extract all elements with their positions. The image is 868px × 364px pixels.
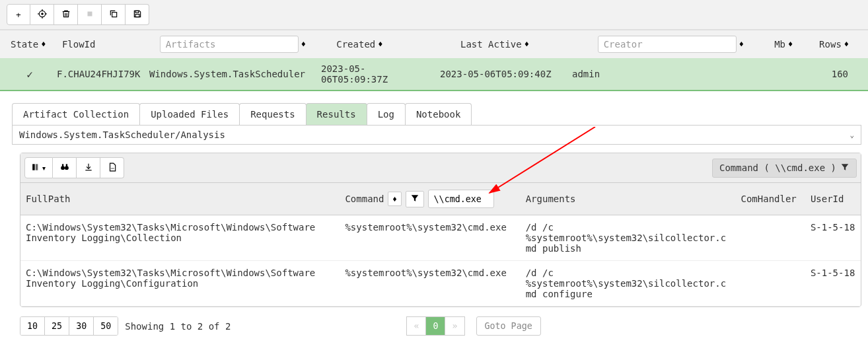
results-table: FullPath Command ♦ Arguments ComHandler … (20, 183, 861, 307)
sort-icon: ♦ (41, 40, 46, 49)
page-size-25[interactable]: 25 (45, 317, 69, 335)
th-arguments[interactable]: Arguments (521, 183, 736, 215)
th-fullpath[interactable]: FullPath (20, 183, 340, 215)
tab-artifact-collection[interactable]: Artifact Collection (12, 103, 140, 125)
check-icon: ✓ (26, 68, 33, 81)
download-button[interactable] (77, 157, 100, 178)
cell-userid: S-1-5-18 (805, 215, 861, 261)
flow-id: F.CHAU24FHJI79K (53, 69, 145, 79)
filter-button[interactable] (406, 191, 424, 207)
th-comhandler[interactable]: ComHandler (735, 183, 805, 215)
csv-button[interactable]: csv (100, 157, 124, 178)
tab-results[interactable]: Results (306, 103, 367, 125)
page-size-30[interactable]: 30 (69, 317, 94, 335)
columns-button[interactable]: ▾ (24, 157, 53, 178)
page-size-10[interactable]: 10 (20, 317, 45, 335)
tab-uploaded-files[interactable]: Uploaded Files (139, 103, 240, 125)
artifacts-filter[interactable]: Artifacts (160, 36, 299, 53)
binoculars-button[interactable] (53, 157, 77, 178)
flow-rows: 160 (779, 69, 861, 79)
plus-icon: + (16, 10, 21, 20)
toolbar-group: + (7, 4, 149, 25)
page-size-group: 10 25 30 50 (20, 316, 118, 336)
stop-button (78, 4, 102, 25)
tab-requests[interactable]: Requests (239, 103, 306, 125)
pager: « 0 » (406, 316, 464, 336)
results-panel: ▾ csv Command ( \\cmd.exe ) FullPath (20, 153, 861, 307)
flow-row[interactable]: ✓ F.CHAU24FHJI79K Windows.System.TaskSch… (0, 58, 868, 91)
tab-log[interactable]: Log (367, 103, 406, 125)
goto-page-button[interactable]: Goto Page (476, 316, 541, 336)
svg-text:csv: csv (110, 166, 114, 169)
col-flowid: FlowId (58, 39, 151, 50)
command-filter-input[interactable] (428, 190, 494, 208)
svg-point-15 (65, 166, 69, 170)
delete-button[interactable] (54, 4, 78, 25)
analysis-select[interactable]: Windows.System.TaskScheduler/Analysis ⌄ (12, 125, 861, 145)
pager-next: » (445, 316, 464, 336)
caret-down-icon: ▾ (42, 164, 46, 172)
tabs: Artifact Collection Uploaded Files Reque… (12, 103, 861, 125)
cell-comhandler (735, 261, 805, 307)
sort-button[interactable]: ♦ (388, 192, 401, 206)
target-icon (38, 9, 47, 20)
svg-rect-16 (61, 164, 63, 166)
flow-created: 2023-05-06T05:09:37Z (317, 63, 436, 85)
flows-header: State ♦ FlowId Artifacts ♦ Created ♦ Las… (0, 30, 868, 58)
copy-icon (109, 9, 118, 20)
flow-artifact: Windows.System.TaskScheduler (145, 69, 317, 79)
svg-point-14 (61, 166, 65, 170)
chevron-down-icon: ⌄ (850, 131, 854, 139)
cell-fullpath: C:\Windows\System32\Tasks\Microsoft\Wind… (20, 215, 340, 261)
page-size-50[interactable]: 50 (94, 317, 118, 335)
add-button[interactable]: + (7, 4, 30, 25)
save-button[interactable] (126, 4, 149, 25)
flow-creator: admin (568, 69, 740, 79)
col-mb[interactable]: Mb ♦ (770, 39, 810, 50)
sort-icon: ♦ (844, 40, 849, 49)
filter-icon (840, 163, 850, 174)
filter-icon (410, 196, 419, 205)
analysis-path: Windows.System.TaskScheduler/Analysis (19, 129, 225, 140)
results-toolbar: ▾ csv Command ( \\cmd.exe ) (20, 153, 861, 183)
cell-userid: S-1-5-18 (805, 261, 861, 307)
pager-prev: « (406, 316, 426, 336)
filter-chip-label: Command ( \\cmd.exe ) (719, 163, 836, 173)
showing-text: Showing 1 to 2 of 2 (125, 321, 231, 332)
table-row[interactable]: C:\Windows\System32\Tasks\Microsoft\Wind… (20, 215, 861, 261)
tab-notebook[interactable]: Notebook (405, 103, 472, 125)
sort-icon: ♦ (392, 194, 396, 203)
sort-icon: ♦ (739, 40, 744, 49)
col-creator: Creator ♦ (594, 36, 766, 53)
pager-current[interactable]: 0 (425, 316, 445, 336)
cell-arguments: /d /c %systemroot%\system32\silcollector… (521, 215, 736, 261)
col-created[interactable]: Created ♦ (332, 39, 451, 50)
th-userid[interactable]: UserId (805, 183, 861, 215)
svg-rect-17 (65, 164, 67, 166)
table-row[interactable]: C:\Windows\System32\Tasks\Microsoft\Wind… (20, 261, 861, 307)
target-button[interactable] (30, 4, 54, 25)
svg-rect-11 (135, 14, 139, 17)
save-icon (133, 9, 142, 20)
cell-fullpath: C:\Windows\System32\Tasks\Microsoft\Wind… (20, 261, 340, 307)
cell-comhandler (735, 215, 805, 261)
svg-rect-10 (135, 11, 139, 13)
th-command: Command ♦ (340, 183, 520, 215)
stop-icon (85, 9, 94, 20)
col-lastactive[interactable]: Last Active ♦ (456, 39, 589, 50)
columns-icon (32, 163, 41, 174)
svg-rect-12 (32, 164, 35, 170)
filter-chip[interactable]: Command ( \\cmd.exe ) (712, 159, 857, 178)
col-state[interactable]: State ♦ (7, 39, 53, 50)
toolbar: + (0, 0, 868, 30)
sort-icon: ♦ (301, 40, 306, 49)
cell-command: %systemroot%\system32\cmd.exe (340, 261, 520, 307)
col-rows[interactable]: Rows ♦ (815, 39, 861, 50)
sort-icon: ♦ (788, 40, 793, 49)
svg-rect-13 (36, 164, 38, 170)
creator-filter[interactable]: Creator (598, 36, 737, 53)
svg-point-1 (41, 13, 42, 14)
csv-icon: csv (108, 163, 117, 174)
sort-icon: ♦ (378, 40, 382, 49)
copy-button[interactable] (102, 4, 126, 25)
